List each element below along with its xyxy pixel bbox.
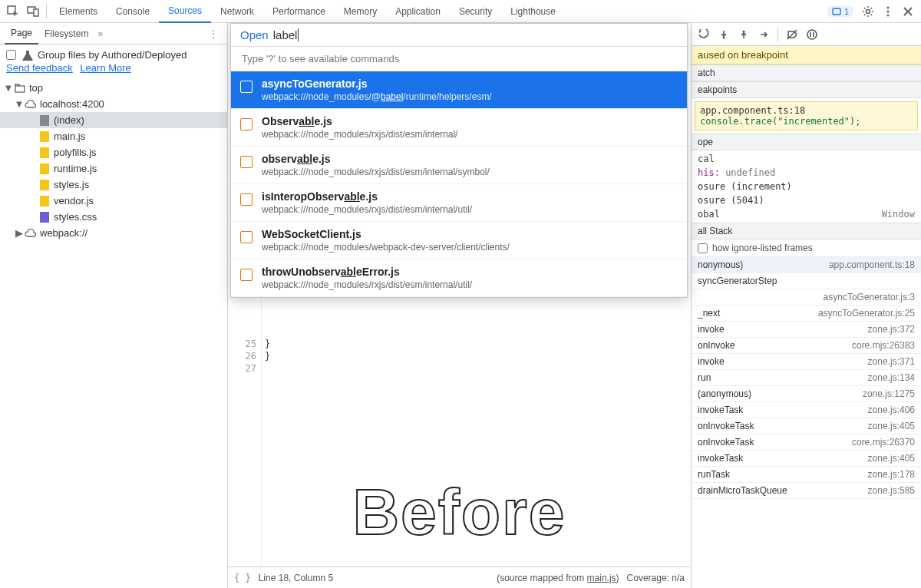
- callstack-section[interactable]: all Stack: [692, 223, 921, 239]
- resume-icon[interactable]: [695, 25, 713, 44]
- pretty-print-icon[interactable]: { }: [234, 573, 251, 583]
- palette-results: asyncToGenerator.jswebpack:///node_modul…: [231, 71, 687, 297]
- step-into-icon[interactable]: [734, 25, 753, 44]
- authored-label: Group files by Authored/Deployed: [38, 49, 187, 61]
- scope-local: cal his: undefined osure (increment) osu…: [692, 150, 921, 223]
- tab-security[interactable]: Security: [450, 0, 501, 23]
- step-over-icon[interactable]: [715, 25, 733, 44]
- palette-mode-label: Open: [240, 28, 269, 41]
- callstack-frame[interactable]: invokeTaskzone.js:406: [692, 402, 921, 418]
- palette-item[interactable]: isInteropObservable.jswebpack:///node_mo…: [231, 184, 687, 222]
- callstack-frame[interactable]: onInvokeTaskzone.js:405: [692, 418, 921, 434]
- inspect-icon[interactable]: [3, 2, 23, 21]
- callstack-frame[interactable]: onInvokecore.mjs:26383: [692, 338, 921, 354]
- filesystem-tab[interactable]: Filesystem: [38, 23, 94, 45]
- navigator-pane: Page Filesystem » ⋮ Group files by Autho…: [0, 23, 228, 588]
- tab-lighthouse[interactable]: Lighthouse: [501, 0, 565, 23]
- palette-item[interactable]: observable.jswebpack:///node_modules/rxj…: [231, 147, 687, 184]
- tree-node[interactable]: vendor.js: [0, 193, 227, 209]
- svg-point-18: [807, 30, 817, 39]
- tree-node[interactable]: styles.css: [0, 209, 227, 225]
- tree-node[interactable]: ▶webpack://: [0, 225, 227, 241]
- tree-node[interactable]: polyfills.js: [0, 144, 227, 160]
- file-icon: [240, 81, 253, 93]
- tree-node[interactable]: styles.js: [0, 177, 227, 193]
- page-tab[interactable]: Page: [5, 23, 38, 45]
- callstack-frame[interactable]: _nextasyncToGenerator.js:25: [692, 306, 921, 322]
- tree-node[interactable]: (index): [0, 112, 227, 128]
- pause-exceptions-icon[interactable]: [803, 25, 821, 44]
- more-tabs-icon[interactable]: »: [97, 28, 103, 39]
- svg-rect-9: [40, 115, 49, 126]
- file-icon: [240, 231, 253, 243]
- authored-toggle[interactable]: Group files by Authored/Deployed: [0, 45, 227, 62]
- tab-elements[interactable]: Elements: [50, 0, 107, 23]
- scope-section[interactable]: ope: [692, 134, 921, 150]
- callstack-frame[interactable]: asyncToGenerator.js:3: [692, 289, 921, 306]
- tab-memory[interactable]: Memory: [335, 0, 386, 23]
- palette-hint: Type '?' to see available commands: [231, 47, 687, 71]
- send-feedback-link[interactable]: Send feedback: [6, 62, 73, 74]
- tree-node[interactable]: ▼localhost:4200: [0, 96, 227, 112]
- svg-point-7: [887, 14, 890, 16]
- source-map-info: (source mapped from main.js): [497, 573, 619, 583]
- breakpoint-entry[interactable]: app.component.ts:18 console.trace("incre…: [695, 101, 918, 130]
- status-bar: { } Line 18, Column 5 (source mapped fro…: [228, 567, 691, 588]
- tab-sources[interactable]: Sources: [159, 0, 211, 23]
- svg-rect-14: [40, 196, 49, 206]
- svg-rect-15: [40, 212, 49, 223]
- callstack-frame[interactable]: invokezone.js:371: [692, 354, 921, 370]
- callstack-list: nonymous)app.component.ts:18syncGenerato…: [692, 257, 921, 499]
- issues-badge[interactable]: 1: [827, 6, 853, 17]
- tab-network[interactable]: Network: [211, 0, 263, 23]
- separator: [46, 5, 47, 18]
- step-out-icon[interactable]: [754, 25, 773, 44]
- svg-point-6: [887, 10, 890, 12]
- breakpoints-section[interactable]: eakpoints: [692, 81, 921, 98]
- svg-rect-2: [34, 9, 38, 16]
- palette-query: label: [273, 28, 299, 41]
- palette-item[interactable]: Observable.jswebpack:///node_modules/rxj…: [231, 109, 687, 147]
- paused-banner: aused on breakpoint: [692, 46, 921, 64]
- deactivate-breakpoints-icon[interactable]: [783, 25, 801, 44]
- tree-node[interactable]: ▼top: [0, 80, 227, 96]
- callstack-frame[interactable]: drainMicroTaskQueuezone.js:585: [692, 483, 921, 499]
- svg-rect-13: [40, 180, 49, 190]
- callstack-frame[interactable]: (anonymous)zone.js:1275: [692, 386, 921, 402]
- watch-section[interactable]: atch: [692, 64, 921, 81]
- kebab-menu-icon[interactable]: [878, 2, 898, 21]
- palette-search[interactable]: Open label: [231, 24, 687, 47]
- navigator-menu-icon[interactable]: ⋮: [204, 28, 223, 39]
- callstack-frame[interactable]: runTaskzone.js:178: [692, 467, 921, 483]
- tab-application[interactable]: Application: [386, 0, 450, 23]
- palette-item[interactable]: throwUnobservableError.jswebpack:///node…: [231, 259, 687, 297]
- callstack-frame[interactable]: invokeTaskzone.js:405: [692, 451, 921, 467]
- close-icon[interactable]: [898, 2, 918, 21]
- file-icon: [240, 156, 253, 168]
- breakpoint-file: app.component.ts:18: [700, 105, 913, 116]
- tree-node[interactable]: runtime.js: [0, 160, 227, 177]
- tab-performance[interactable]: Performance: [263, 0, 335, 23]
- file-tree: ▼top▼localhost:4200(index)main.jspolyfil…: [0, 78, 227, 243]
- callstack-frame[interactable]: nonymous)app.component.ts:18: [692, 257, 921, 273]
- learn-more-link[interactable]: Learn More: [80, 62, 130, 74]
- callstack-frame[interactable]: invokezone.js:372: [692, 322, 921, 338]
- tree-node[interactable]: main.js: [0, 128, 227, 144]
- callstack-frame[interactable]: runzone.js:134: [692, 370, 921, 386]
- ignore-checkbox[interactable]: [698, 243, 708, 253]
- devtools-top-toolbar: ElementsConsoleSourcesNetworkPerformance…: [0, 0, 921, 23]
- svg-rect-10: [40, 131, 49, 142]
- tab-console[interactable]: Console: [107, 0, 159, 23]
- palette-item[interactable]: WebSocketClient.jswebpack:///node_module…: [231, 222, 687, 259]
- device-toggle-icon[interactable]: [23, 2, 43, 21]
- file-icon: [240, 193, 253, 206]
- coverage-info: Coverage: n/a: [627, 573, 685, 583]
- ignore-listed-toggle[interactable]: how ignore-listed frames: [692, 239, 921, 257]
- callstack-frame[interactable]: syncGeneratorStep: [692, 273, 921, 289]
- cursor-position: Line 18, Column 5: [259, 573, 333, 583]
- palette-item[interactable]: asyncToGenerator.jswebpack:///node_modul…: [231, 71, 687, 109]
- callstack-frame[interactable]: onInvokeTaskcore.mjs:26370: [692, 434, 921, 451]
- settings-icon[interactable]: [858, 2, 878, 21]
- authored-checkbox[interactable]: [6, 50, 16, 60]
- watermark-text: Before: [352, 475, 566, 550]
